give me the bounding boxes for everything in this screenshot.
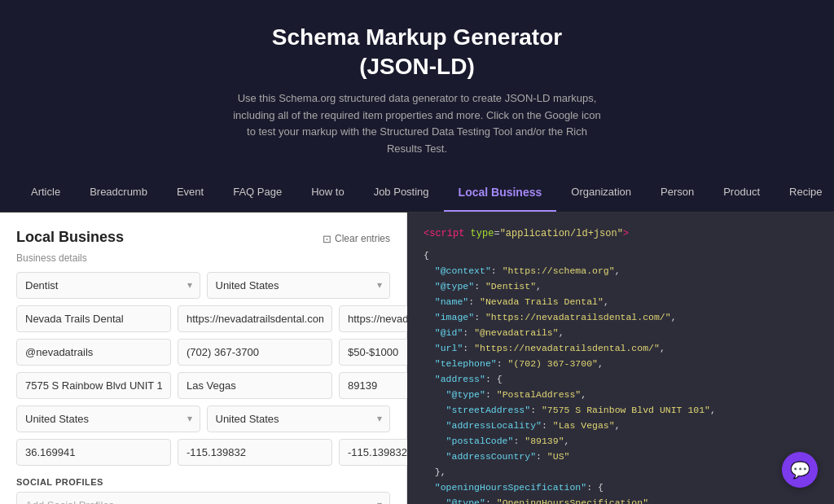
- type-select-wrap: Dentist: [16, 272, 200, 299]
- nav-item-jobposting[interactable]: Job Posting: [359, 174, 444, 211]
- social-section: SOCIAL PROFILES Add Social Profiles: [16, 477, 390, 504]
- social-label: SOCIAL PROFILES: [16, 477, 390, 487]
- type-country-row: Dentist United States: [16, 272, 390, 299]
- lng-input-1[interactable]: [178, 439, 332, 466]
- panel-title: Local Business: [16, 229, 124, 246]
- nav-item-article[interactable]: Article: [16, 174, 75, 211]
- section-label: Business details: [16, 252, 390, 264]
- nav-item-localbusiness[interactable]: Local Business: [444, 174, 557, 212]
- phone-input[interactable]: [178, 339, 332, 366]
- type-val: "application/ld+json": [500, 228, 623, 239]
- business-type-select[interactable]: Dentist: [16, 272, 200, 299]
- code-output-panel: <script type="application/ld+json"> { "@…: [407, 213, 834, 504]
- clear-entries-button[interactable]: Clear entries: [323, 233, 390, 245]
- nav-item-organization[interactable]: Organization: [556, 174, 646, 211]
- country-select-wrap-3: United States: [207, 405, 391, 432]
- lat-input[interactable]: [16, 439, 171, 466]
- nav-item-product[interactable]: Product: [709, 174, 775, 211]
- country-select-2[interactable]: United States: [16, 405, 200, 432]
- id-phone-price-row: [16, 339, 390, 366]
- country-select-1[interactable]: United States: [207, 272, 391, 299]
- name-url-image-row: [16, 305, 390, 332]
- address-row: [16, 372, 390, 399]
- left-panel: Local Business Clear entries Business de…: [0, 213, 407, 504]
- nav-bar: Article Breadcrumb Event FAQ Page How to…: [0, 174, 834, 213]
- page-title: Schema Markup Generator (JSON-LD): [16, 23, 818, 82]
- nav-item-faq[interactable]: FAQ Page: [218, 174, 296, 211]
- header-description: Use this Schema.org structured data gene…: [230, 90, 604, 158]
- country-select-wrap-1: United States: [207, 272, 391, 299]
- nav-item-recipe[interactable]: Recipe: [775, 174, 834, 211]
- country-row-2: United States United States: [16, 405, 390, 432]
- script-open-tag: <script: [424, 228, 471, 239]
- nav-item-event[interactable]: Event: [162, 174, 218, 211]
- header: Schema Markup Generator (JSON-LD) Use th…: [0, 0, 834, 174]
- chat-icon: 💬: [790, 460, 810, 480]
- coords-row: [16, 439, 390, 466]
- json-code: { "@context": "https://schema.org", "@ty…: [424, 248, 818, 504]
- city-input[interactable]: [178, 372, 332, 399]
- type-attr: type: [471, 228, 494, 239]
- chat-bubble[interactable]: 💬: [782, 452, 818, 488]
- main-content: Local Business Clear entries Business de…: [0, 213, 834, 504]
- nav-item-howto[interactable]: How to: [296, 174, 358, 211]
- street-input[interactable]: [16, 372, 171, 399]
- country-select-3[interactable]: United States: [207, 405, 391, 432]
- business-name-input[interactable]: [16, 305, 171, 332]
- tag-close: >: [623, 228, 629, 239]
- url-input[interactable]: [178, 305, 332, 332]
- social-select-wrap: Add Social Profiles: [16, 492, 390, 504]
- id-input[interactable]: [16, 339, 171, 366]
- nav-item-person[interactable]: Person: [646, 174, 709, 211]
- nav-item-breadcrumb[interactable]: Breadcrumb: [75, 174, 162, 211]
- country-select-wrap-2: United States: [16, 405, 200, 432]
- social-profiles-select[interactable]: Add Social Profiles: [16, 492, 390, 504]
